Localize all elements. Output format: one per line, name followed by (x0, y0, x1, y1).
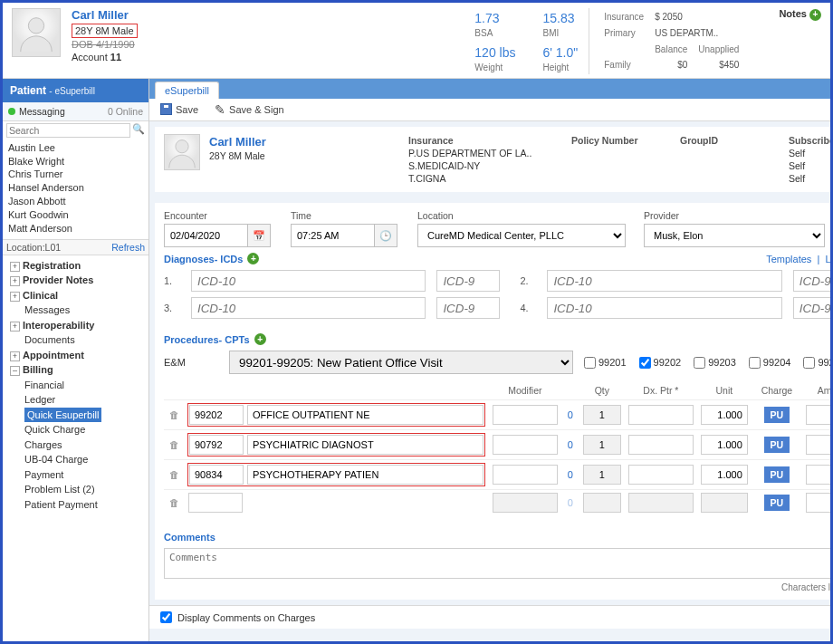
icd9-input[interactable] (793, 297, 833, 319)
unit-input[interactable] (701, 465, 748, 485)
dxptr-input[interactable] (628, 465, 694, 485)
amount-input[interactable] (806, 465, 833, 485)
save-sign-button[interactable]: ✎Save & Sign (215, 102, 284, 117)
unit-input[interactable] (701, 405, 748, 425)
save-button[interactable]: Save (160, 103, 198, 115)
tab-esuperbill[interactable]: eSuperbill (155, 82, 219, 99)
list-item[interactable]: Chris Turner (8, 168, 143, 181)
calendar-icon[interactable]: 📅 (247, 224, 271, 247)
tree-interoperability[interactable]: Interoperability (23, 320, 94, 331)
chk-99203[interactable]: 99203 (694, 357, 736, 369)
modifier-input[interactable] (493, 405, 558, 425)
amount-input[interactable] (806, 405, 833, 425)
modifier-input[interactable] (493, 465, 558, 485)
expand-icon[interactable]: + (10, 322, 20, 332)
add-note-icon[interactable]: + (809, 9, 821, 21)
tree-payment[interactable]: Payment (5, 467, 147, 483)
cpt-code-input[interactable] (189, 405, 244, 425)
qty-link[interactable]: 0 (568, 409, 573, 420)
icd10-input[interactable] (547, 270, 781, 292)
icd9-input[interactable] (436, 297, 500, 319)
pu-button[interactable]: PU (764, 437, 790, 453)
search-input[interactable] (6, 123, 130, 138)
qty-link[interactable]: 0 (568, 469, 573, 480)
tree-charges[interactable]: Charges (5, 437, 147, 453)
qty-input[interactable] (583, 405, 621, 425)
cpt-desc-input[interactable] (247, 465, 484, 485)
icd10-input[interactable] (547, 297, 781, 319)
encounter-date-input[interactable] (164, 224, 247, 247)
list-item[interactable]: Jason Abbott (8, 195, 143, 208)
cpt-code-input[interactable] (189, 465, 244, 485)
search-icon[interactable]: 🔍 (130, 123, 147, 138)
last-visit-link[interactable]: Last Visit (825, 254, 833, 264)
tree-provider-notes[interactable]: Provider Notes (23, 274, 93, 285)
list-item[interactable]: Hansel Anderson (8, 181, 143, 195)
icd9-input[interactable] (436, 270, 500, 292)
icd10-input[interactable] (191, 270, 426, 292)
expand-icon[interactable]: + (10, 262, 20, 272)
collapse-icon[interactable]: – (10, 366, 20, 376)
add-diagnosis-icon[interactable]: + (247, 253, 259, 264)
qty-input[interactable] (583, 465, 621, 485)
add-procedure-icon[interactable]: + (254, 333, 266, 345)
location-select[interactable]: CureMD Medical Center, PLLC (417, 224, 626, 247)
trash-icon[interactable]: 🗑 (169, 497, 179, 508)
icd9-input[interactable] (793, 270, 833, 292)
tree-appointment[interactable]: Appointment (23, 350, 84, 360)
refresh-link[interactable]: Refresh (111, 242, 145, 253)
comments-textarea[interactable] (164, 548, 833, 579)
tree-registration[interactable]: Registration (23, 260, 81, 271)
amount-input[interactable] (806, 493, 833, 513)
pu-button[interactable]: PU (764, 495, 790, 511)
chk-99201[interactable]: 99201 (584, 357, 627, 369)
tree-quick-charge[interactable]: Quick Charge (5, 422, 147, 437)
expand-icon[interactable]: + (10, 351, 20, 361)
chk-99204[interactable]: 99204 (749, 357, 791, 369)
tree-financial[interactable]: Financial (5, 378, 147, 393)
patient-name-link[interactable]: Carl Miller (72, 8, 138, 24)
cpt-code-input[interactable] (188, 493, 243, 513)
em-select[interactable]: 99201-99205: New Patient Office Visit (229, 351, 573, 374)
expand-icon[interactable]: + (10, 276, 20, 286)
list-item[interactable]: Kurt Goodwin (8, 208, 143, 222)
list-item[interactable]: Matt Anderson (8, 222, 143, 235)
tree-patient-payment[interactable]: Patient Payment (5, 497, 147, 513)
tree-billing[interactable]: Billing (23, 364, 53, 375)
expand-icon[interactable]: + (10, 292, 20, 302)
qty-input[interactable] (583, 435, 621, 455)
trash-icon[interactable]: 🗑 (169, 439, 179, 450)
tree-documents[interactable]: Documents (5, 332, 147, 348)
list-item[interactable]: Austin Lee (8, 141, 143, 155)
tree-ledger[interactable]: Ledger (5, 392, 147, 408)
pu-button[interactable]: PU (764, 407, 790, 423)
trash-icon[interactable]: 🗑 (169, 469, 179, 480)
messaging-bar[interactable]: Messaging 0 Online (3, 102, 148, 121)
provider-select[interactable]: Musk, Elon (644, 224, 825, 247)
tree-clinical[interactable]: Clinical (23, 290, 58, 301)
chk-99202[interactable]: 99202 (639, 357, 682, 369)
templates-link[interactable]: Templates (766, 254, 811, 264)
clock-icon[interactable]: 🕒 (374, 224, 397, 247)
tree-problem-list[interactable]: Problem List (2) (5, 482, 147, 497)
cpt-desc-input[interactable] (247, 405, 484, 425)
unit-input[interactable] (701, 435, 748, 455)
modifier-input[interactable] (493, 435, 558, 455)
cpt-desc-input[interactable] (247, 435, 484, 455)
trash-icon[interactable]: 🗑 (169, 409, 179, 420)
amount-input[interactable] (806, 435, 833, 455)
card-name-link[interactable]: Carl Miller (209, 135, 266, 149)
tree-messages[interactable]: Messages (5, 303, 147, 318)
pu-button[interactable]: PU (764, 466, 790, 483)
chk-99205[interactable]: 99205 (803, 357, 833, 369)
dxptr-input[interactable] (628, 435, 694, 455)
display-comments-checkbox[interactable] (160, 611, 172, 623)
tree-ub04[interactable]: UB-04 Charge (5, 452, 147, 467)
icd10-input[interactable] (191, 297, 426, 319)
cpt-code-input[interactable] (189, 435, 244, 455)
qty-link[interactable]: 0 (568, 439, 573, 450)
tree-quick-esuperbill[interactable]: Quick Esuperbill (24, 408, 101, 423)
encounter-time-input[interactable] (291, 224, 374, 247)
list-item[interactable]: Blake Wright (8, 155, 143, 168)
dxptr-input[interactable] (628, 405, 694, 425)
